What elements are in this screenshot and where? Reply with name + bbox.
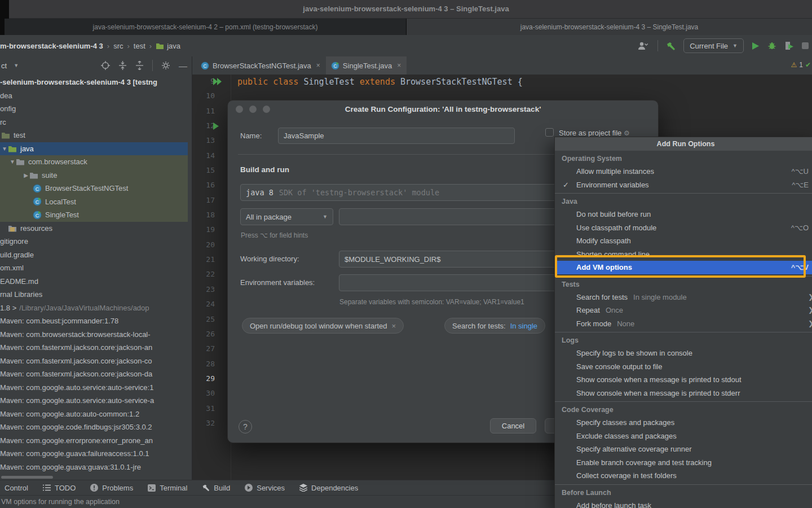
menu-item[interactable]: Exclude classes and packages xyxy=(555,430,812,443)
editor-tab-browserstacktest[interactable]: C BrowserStackTestNGTest.java × xyxy=(196,56,326,75)
tree-item[interactable]: rc xyxy=(0,116,192,129)
tree-item[interactable]: 1.8 >/Library/Java/JavaVirtualMachines/a… xyxy=(0,301,192,315)
menu-item[interactable]: Specify classes and packages xyxy=(555,416,812,430)
breadcrumb-project[interactable]: m-browserstack-selenium-4 3 xyxy=(0,42,103,50)
tree-item[interactable]: rnal Libraries xyxy=(0,288,192,301)
settings-gear-icon[interactable] xyxy=(161,61,170,70)
chevron-collapsed-icon[interactable]: ▶ xyxy=(23,172,29,178)
hide-panel-icon[interactable]: — xyxy=(179,61,187,71)
code-line[interactable]: public class SingleTest extends BrowserS… xyxy=(237,77,523,87)
test-kind-dropdown[interactable]: All in package▼ xyxy=(240,208,333,225)
menu-item[interactable]: Show console when a message is printed t… xyxy=(555,387,812,400)
run-button[interactable] xyxy=(752,42,760,50)
tree-item[interactable]: CBrowserStackTestNGTest xyxy=(0,182,188,195)
name-input[interactable]: JavaSample xyxy=(278,128,515,144)
tree-item-selected[interactable]: ▼java xyxy=(0,142,188,156)
run-test-gutter-icon[interactable] xyxy=(213,122,219,130)
stop-button[interactable] xyxy=(802,42,809,49)
tree-item[interactable]: Maven: com.google.code.findbugs:jsr305:3… xyxy=(0,421,192,434)
tree-item[interactable]: -selenium-browserstack-selenium-4 3 [tes… xyxy=(0,76,192,89)
tree-item[interactable]: CLocalTest xyxy=(0,195,188,209)
menu-item[interactable]: Enable branch coverage and test tracking xyxy=(555,456,812,470)
tree-item[interactable]: Maven: com.fasterxml.jackson.core:jackso… xyxy=(0,341,192,354)
locate-file-icon[interactable] xyxy=(101,61,110,70)
tree-item[interactable]: dea xyxy=(0,89,192,103)
menu-item[interactable]: Search for testsIn single module❯ xyxy=(555,291,812,304)
help-button[interactable]: ? xyxy=(239,420,252,433)
project-view-selector[interactable]: ct xyxy=(0,62,7,70)
tree-item[interactable]: Maven: com.beust:jcommander:1.78 xyxy=(0,314,192,328)
menu-item[interactable]: Modify classpath xyxy=(555,234,812,248)
tool-build[interactable]: Build xyxy=(202,484,230,492)
tree-item[interactable]: ▶suite xyxy=(0,169,188,182)
tree-item[interactable]: test xyxy=(0,129,192,142)
menu-item[interactable]: Save console output to file xyxy=(555,360,812,374)
project-tree: -selenium-browserstack-selenium-4 3 [tes… xyxy=(0,76,192,474)
menu-item[interactable]: Add before launch task xyxy=(555,499,812,508)
breadcrumb-java[interactable]: java xyxy=(167,42,180,50)
tool-services[interactable]: Services xyxy=(245,484,285,492)
tool-version-control[interactable]: Control xyxy=(5,484,28,492)
close-icon[interactable]: × xyxy=(397,62,401,69)
tree-item[interactable]: Maven: com.google.auto.service:auto-serv… xyxy=(0,381,192,395)
menu-item[interactable]: Allow multiple instances^⌥U xyxy=(555,165,812,178)
line-number: 17 xyxy=(206,196,215,204)
collapse-all-icon[interactable] xyxy=(135,61,144,70)
menu-item[interactable]: Specify logs to be shown in console xyxy=(555,347,812,360)
tree-item[interactable]: onfig xyxy=(0,102,192,116)
open-tool-window-chip[interactable]: Open run/debug tool window when started× xyxy=(242,318,404,334)
expand-all-icon[interactable] xyxy=(118,61,127,70)
window-tab-pom[interactable]: java-selenium-browserstack-selenium-4 2 … xyxy=(5,19,406,35)
tool-terminal[interactable]: Terminal xyxy=(148,484,187,492)
horizontal-scrollbar[interactable] xyxy=(1,476,53,479)
menu-item[interactable]: ✓Environment variables^⌥E xyxy=(555,178,812,192)
cancel-button[interactable]: Cancel xyxy=(490,418,536,433)
inspections-widget[interactable]: ⚠ 1 ✔ xyxy=(791,61,811,69)
tree-item[interactable]: Maven: com.browserstack:browserstack-loc… xyxy=(0,328,192,341)
menu-item[interactable]: Collect coverage in test folders xyxy=(555,469,812,483)
store-as-project-file-checkbox[interactable] xyxy=(545,128,554,137)
chevron-expanded-icon[interactable]: ▼ xyxy=(9,159,16,165)
tree-item[interactable]: ▼com.browserstack xyxy=(0,155,188,169)
run-class-gutter-icon[interactable] xyxy=(213,78,223,85)
run-configuration-dropdown[interactable]: Current File ▼ xyxy=(683,38,744,53)
tree-item[interactable]: gitignore xyxy=(0,235,192,248)
tree-item[interactable]: Maven: com.google.guava:guava:31.0.1-jre xyxy=(0,461,192,474)
run-with-coverage-button[interactable] xyxy=(784,41,794,50)
user-profile-icon[interactable] xyxy=(637,41,650,50)
build-hammer-icon[interactable] xyxy=(666,41,676,51)
editor-gutter: 9 10 11 12 13 14 15 16 17 18 19 20 21 22… xyxy=(192,75,231,480)
tree-item[interactable]: uild.gradle xyxy=(0,248,192,262)
tree-item[interactable]: Maven: com.google.auto.service:auto-serv… xyxy=(0,394,192,408)
tree-item[interactable]: Maven: com.google.auto:auto-common:1.2 xyxy=(0,408,192,421)
tree-item[interactable]: CSingleTest xyxy=(0,208,188,222)
window-tab-singletest[interactable]: java-selenium-browserstack-selenium-4 3 … xyxy=(407,19,812,35)
gear-icon[interactable]: ⚙ xyxy=(624,129,630,137)
tree-item[interactable]: EADME.md xyxy=(0,275,192,288)
menu-item[interactable]: Shorten command line xyxy=(555,248,812,261)
tool-problems[interactable]: Problems xyxy=(90,484,133,492)
menu-item[interactable]: RepeatOnce❯ xyxy=(555,304,812,317)
editor-tab-singletest[interactable]: C SingleTest.java × xyxy=(326,56,407,75)
breadcrumb-src[interactable]: src xyxy=(113,42,123,50)
menu-item-add-vm-options[interactable]: Add VM options^⌥V xyxy=(555,261,812,274)
menu-item[interactable]: Show console when a message is printed t… xyxy=(555,373,812,387)
tree-item[interactable]: Maven: com.google.errorprone:error_prone… xyxy=(0,434,192,448)
tool-dependencies[interactable]: Dependencies xyxy=(299,484,358,492)
search-for-tests-chip[interactable]: Search for tests:In single xyxy=(444,318,545,334)
chevron-expanded-icon[interactable]: ▼ xyxy=(1,146,8,152)
tree-item[interactable]: Maven: com.fasterxml.jackson.core:jackso… xyxy=(0,367,192,381)
close-icon[interactable]: × xyxy=(316,62,320,69)
tool-todo[interactable]: TODO xyxy=(43,484,76,492)
tree-item[interactable]: om.xml xyxy=(0,261,192,275)
menu-item[interactable]: Fork modeNone❯ xyxy=(555,317,812,331)
menu-item[interactable]: Do not build before run xyxy=(555,208,812,221)
tree-item[interactable]: Maven: com.fasterxml.jackson.core:jackso… xyxy=(0,354,192,368)
debug-button[interactable] xyxy=(767,41,776,50)
close-icon[interactable]: × xyxy=(392,322,396,330)
breadcrumb-test[interactable]: test xyxy=(134,42,145,50)
tree-item[interactable]: Maven: com.google.guava:failureaccess:1.… xyxy=(0,447,192,461)
menu-item[interactable]: Specify alternative coverage runner xyxy=(555,443,812,456)
menu-item[interactable]: Use classpath of module^⌥O xyxy=(555,221,812,235)
tree-item[interactable]: resources xyxy=(0,222,192,235)
